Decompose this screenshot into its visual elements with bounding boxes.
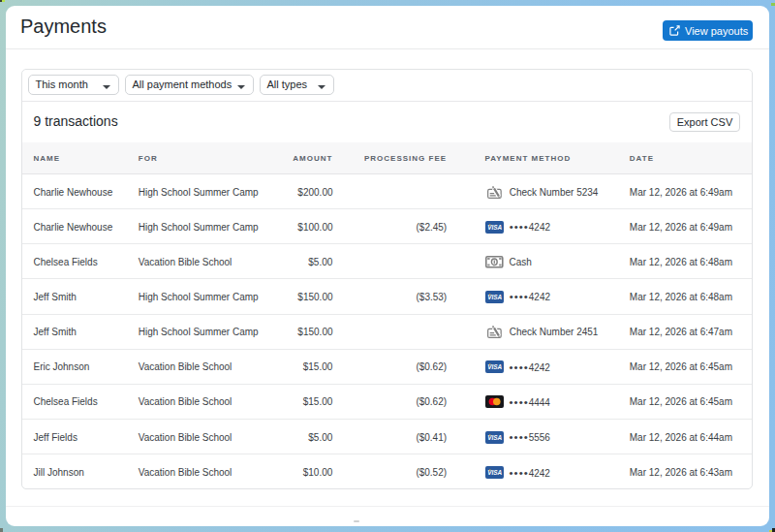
svg-text:VISA: VISA	[487, 469, 502, 476]
svg-text:VISA: VISA	[487, 224, 502, 231]
svg-text:VISA: VISA	[487, 363, 502, 370]
svg-text:VISA: VISA	[487, 434, 502, 441]
svg-text:VISA: VISA	[487, 294, 502, 300]
